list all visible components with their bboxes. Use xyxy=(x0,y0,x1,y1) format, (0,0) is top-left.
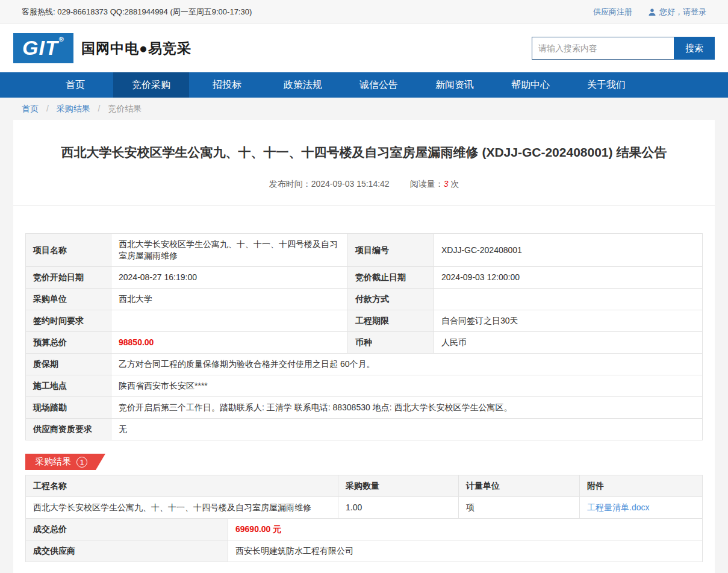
project-name-cell: 西北大学长安校区学生公寓九、十、十一、十四号楼及自习室房屋漏雨维修 xyxy=(26,497,338,519)
table-row: 施工地点 陕西省西安市长安区**** xyxy=(26,375,703,397)
table-row: 成交供应商 西安长明建筑防水工程有限公司 xyxy=(26,540,703,562)
title-divider xyxy=(13,205,715,206)
publish-time-value: 2024-09-03 15:14:42 xyxy=(311,179,390,189)
budget-total-value: 98850.00 xyxy=(111,332,348,354)
breadcrumb-home[interactable]: 首页 xyxy=(22,104,39,113)
quantity-cell: 1.00 xyxy=(338,497,459,519)
table-header-row: 工程名称 采购数量 计量单位 附件 xyxy=(26,475,703,497)
logo-registered-mark: ® xyxy=(59,33,64,45)
user-icon xyxy=(648,8,656,16)
field-label: 成交总价 xyxy=(26,519,228,540)
badge-label: 采购结果 xyxy=(35,456,71,468)
field-label: 工程期限 xyxy=(348,310,434,332)
views-unit: 次 xyxy=(450,179,459,189)
result-summary-table: 成交总价 69690.00 元 成交供应商 西安长明建筑防水工程有限公司 xyxy=(25,518,703,562)
field-value: 2024-09-03 12:00:00 xyxy=(434,267,703,289)
logo-text: GIT xyxy=(22,33,58,62)
field-value: 西北大学 xyxy=(111,289,348,310)
table-row: 竞价开始日期 2024-08-27 16:19:00 竞价截止日期 2024-0… xyxy=(26,267,703,289)
breadcrumb-procurement-results[interactable]: 采购结果 xyxy=(57,104,90,113)
announcement-meta: 发布时间：2024-09-03 15:14:42阅读量：3 次 xyxy=(13,179,715,190)
column-header: 附件 xyxy=(580,475,703,497)
field-label: 项目编号 xyxy=(348,234,434,267)
nav-item-home[interactable]: 首页 xyxy=(37,72,113,98)
field-value: 乙方对合同工程的质量保修期为验收合格并交付使用之日起 60个月。 xyxy=(111,354,703,375)
field-value: 2024-08-27 16:19:00 xyxy=(111,267,348,289)
field-label: 项目名称 xyxy=(26,234,111,267)
table-row: 供应商资质要求 无 xyxy=(26,419,703,440)
top-utility-bar: 客服热线: 029-86618373 QQ:2881944994 (周一至周五9… xyxy=(0,0,728,24)
search-input[interactable] xyxy=(532,37,674,60)
breadcrumb-separator: / xyxy=(98,104,101,113)
table-row: 成交总价 69690.00 元 xyxy=(26,519,703,540)
search-button[interactable]: 搜索 xyxy=(674,37,715,60)
nav-item-tendering[interactable]: 招投标 xyxy=(189,72,265,98)
breadcrumb-current: 竞价结果 xyxy=(108,104,142,113)
field-value: 西北大学长安校区学生公寓九、十、十一、十四号楼及自习室房屋漏雨维修 xyxy=(111,234,348,267)
deal-total-price: 69690.00 元 xyxy=(228,519,703,540)
table-row: 现场踏勘 竞价开启后第三个工作日。踏勘联系人: 王清学 联系电话: 883085… xyxy=(26,397,703,419)
field-label: 签约时间要求 xyxy=(26,310,111,332)
column-header: 计量单位 xyxy=(459,475,580,497)
field-label: 采购单位 xyxy=(26,289,111,310)
field-label: 施工地点 xyxy=(26,375,111,397)
field-value xyxy=(111,310,348,332)
views-label: 阅读量： xyxy=(410,179,444,189)
main-nav: 首页 竞价采购 招投标 政策法规 诚信公告 新闻资讯 帮助中心 关于我们 xyxy=(0,72,728,98)
field-label: 竞价截止日期 xyxy=(348,267,434,289)
login-link-wrap[interactable]: 您好，请登录 xyxy=(648,7,706,17)
deal-supplier: 西安长明建筑防水工程有限公司 xyxy=(228,540,703,562)
field-value xyxy=(434,289,703,310)
attachment-cell: 工程量清单.docx xyxy=(580,497,703,519)
column-header: 工程名称 xyxy=(26,475,338,497)
announcement-title: 西北大学长安校区学生公寓九、十、十一、十四号楼及自习室房屋漏雨维修 (XDJJ-… xyxy=(13,120,715,161)
search-box: 搜索 xyxy=(532,37,715,60)
table-row: 质保期 乙方对合同工程的质量保修期为验收合格并交付使用之日起 60个月。 xyxy=(26,354,703,375)
result-table: 工程名称 采购数量 计量单位 附件 西北大学长安校区学生公寓九、十、十一、十四号… xyxy=(25,475,703,519)
site-header: GIT® 国网中电●易竞采 搜索 xyxy=(0,24,728,72)
field-label: 币种 xyxy=(348,332,434,354)
login-link[interactable]: 您好，请登录 xyxy=(659,7,706,17)
field-label: 竞价开始日期 xyxy=(26,267,111,289)
nav-item-bidding-purchase[interactable]: 竞价采购 xyxy=(113,72,189,98)
project-info-table: 项目名称 西北大学长安校区学生公寓九、十、十一、十四号楼及自习室房屋漏雨维修 项… xyxy=(25,233,703,440)
field-value: 竞价开启后第三个工作日。踏勘联系人: 王清学 联系电话: 88308530 地点… xyxy=(111,397,703,419)
supplier-register-link[interactable]: 供应商注册 xyxy=(593,7,632,17)
views-count: 3 xyxy=(444,179,449,189)
procurement-result-badge: 采购结果 1 xyxy=(25,454,105,470)
unit-cell: 项 xyxy=(459,497,580,519)
breadcrumb-separator: / xyxy=(46,104,49,113)
nav-item-news[interactable]: 新闻资讯 xyxy=(417,72,493,98)
field-label: 质保期 xyxy=(26,354,111,375)
field-value: XDJJ-GC-202408001 xyxy=(434,234,703,267)
nav-item-policies[interactable]: 政策法规 xyxy=(265,72,341,98)
field-label: 现场踏勘 xyxy=(26,397,111,419)
site-brand-title: 国网中电●易竞采 xyxy=(81,39,191,58)
publish-time-label: 发布时间： xyxy=(269,179,311,189)
field-label: 供应商资质要求 xyxy=(26,419,111,440)
badge-count: 1 xyxy=(76,457,87,468)
field-label: 预算总价 xyxy=(26,332,111,354)
table-row: 项目名称 西北大学长安校区学生公寓九、十、十一、十四号楼及自习室房屋漏雨维修 项… xyxy=(26,234,703,267)
field-value: 自合同签订之日30天 xyxy=(434,310,703,332)
field-value: 陕西省西安市长安区**** xyxy=(111,375,703,397)
table-row: 签约时间要求 工程期限 自合同签订之日30天 xyxy=(26,310,703,332)
breadcrumb: 首页 / 采购结果 / 竞价结果 xyxy=(0,98,728,120)
table-row: 采购单位 西北大学 付款方式 xyxy=(26,289,703,310)
field-label: 成交供应商 xyxy=(26,540,228,562)
field-label: 付款方式 xyxy=(348,289,434,310)
column-header: 采购数量 xyxy=(338,475,459,497)
table-row: 预算总价 98850.00 币种 人民币 xyxy=(26,332,703,354)
site-logo[interactable]: GIT® xyxy=(13,33,73,63)
nav-item-help-center[interactable]: 帮助中心 xyxy=(493,72,568,98)
table-row: 西北大学长安校区学生公寓九、十、十一、十四号楼及自习室房屋漏雨维修 1.00 项… xyxy=(26,497,703,519)
nav-item-integrity-notices[interactable]: 诚信公告 xyxy=(341,72,417,98)
attachment-link[interactable]: 工程量清单.docx xyxy=(587,503,649,512)
content-card: 西北大学长安校区学生公寓九、十、十一、十四号楼及自习室房屋漏雨维修 (XDJJ-… xyxy=(13,120,715,573)
nav-item-about-us[interactable]: 关于我们 xyxy=(568,72,644,98)
service-hotline: 客服热线: 029-86618373 QQ:2881944994 (周一至周五9… xyxy=(22,7,252,17)
field-value: 无 xyxy=(111,419,703,440)
field-value: 人民币 xyxy=(434,332,703,354)
